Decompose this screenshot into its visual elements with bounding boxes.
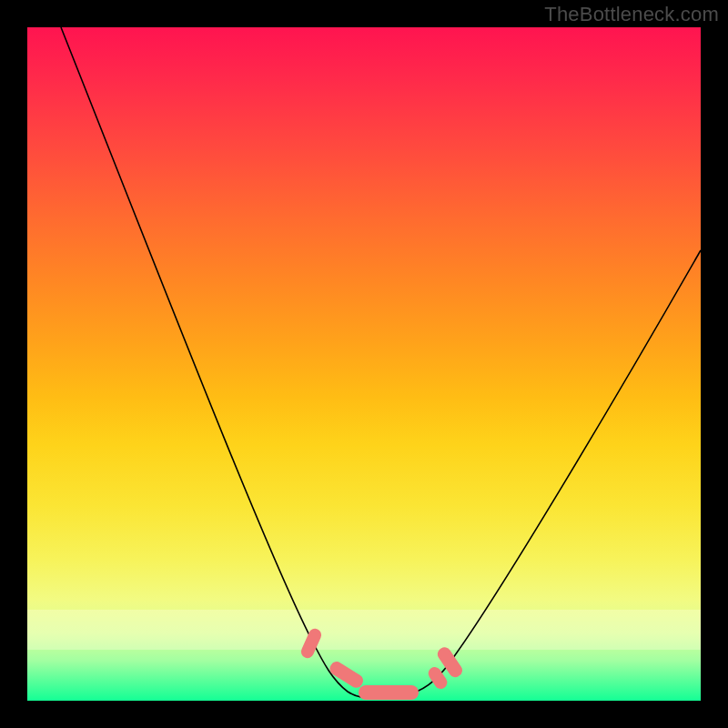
bottleneck-curve bbox=[27, 27, 701, 701]
watermark-text: TheBottleneck.com bbox=[544, 3, 719, 26]
plot-area bbox=[27, 27, 701, 701]
trough-blob-center-right bbox=[359, 685, 419, 700]
chart-frame: TheBottleneck.com bbox=[0, 0, 728, 728]
trough-blob-center-left bbox=[328, 659, 366, 690]
bottleneck-curve-path bbox=[61, 27, 701, 699]
